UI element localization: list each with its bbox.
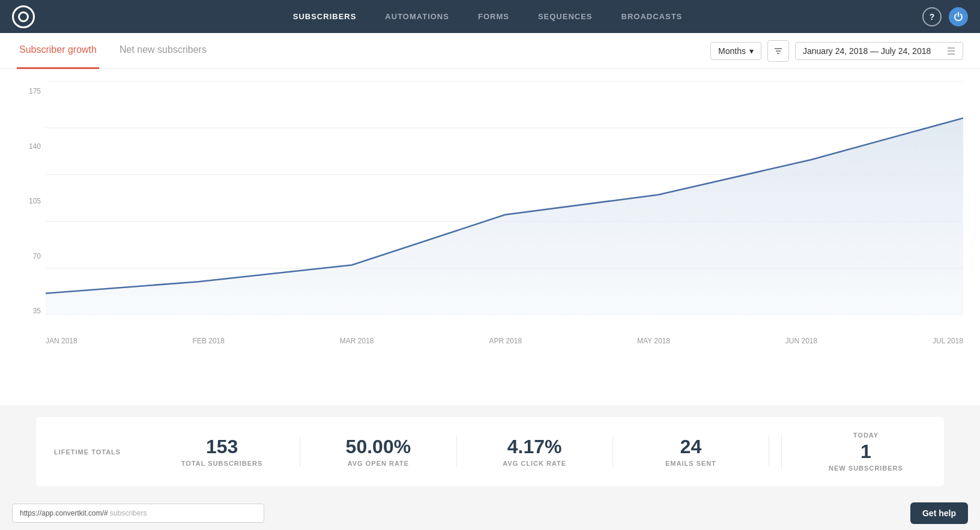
x-label-jan: JAN 2018	[46, 337, 77, 345]
today-label: TODAY	[806, 432, 926, 439]
y-label-35: 35	[17, 307, 41, 315]
avg-open-rate-value: 50.00%	[306, 436, 450, 457]
x-label-feb: FEB 2018	[193, 337, 225, 345]
emails-sent-label: EMAILS SENT	[619, 460, 763, 467]
today-new-subscribers-label: NEW SUBSCRIBERS	[806, 465, 926, 472]
chevron-down-icon: ▾	[749, 46, 754, 56]
stats-card: LIFETIME TOTALS 153 TOTAL SUBSCRIBERS 50…	[36, 417, 944, 486]
y-label-175: 175	[17, 87, 41, 95]
nav-sequences[interactable]: SEQUENCES	[524, 0, 607, 33]
main-content: Subscriber growth Net new subscribers Mo…	[0, 33, 980, 405]
url-placeholder: subscribers	[110, 509, 147, 517]
logo[interactable]	[12, 5, 35, 28]
tabs-bar: Subscriber growth Net new subscribers Mo…	[0, 33, 980, 69]
x-label-mar: MAR 2018	[340, 337, 374, 345]
get-help-button[interactable]: Get help	[910, 502, 968, 524]
top-nav: SUBSCRIBERS AUTOMATIONS FORMS SEQUENCES …	[0, 0, 980, 33]
date-range-picker[interactable]: January 24, 2018 — July 24, 2018	[795, 42, 963, 60]
today-new-subscribers-value: 1	[806, 441, 926, 462]
avg-open-rate-label: AVG OPEN RATE	[306, 460, 450, 467]
x-label-may: MAY 2018	[637, 337, 670, 345]
months-label: Months	[718, 46, 746, 56]
stat-avg-open-rate: 50.00% AVG OPEN RATE	[300, 436, 456, 467]
y-label-140: 140	[17, 142, 41, 151]
chart-svg-wrapper	[46, 81, 963, 315]
y-label-70: 70	[17, 252, 41, 260]
today-section: TODAY 1 NEW SUBSCRIBERS	[794, 432, 926, 472]
nav-broadcasts[interactable]: BROADCASTS	[607, 0, 697, 33]
stat-emails-sent: 24 EMAILS SENT	[613, 436, 769, 467]
stat-avg-click-rate: 4.17% AVG CLICK RATE	[457, 436, 613, 467]
x-label-jun: JUN 2018	[785, 337, 817, 345]
tab-net-new-subscribers[interactable]: Net new subscribers	[117, 33, 209, 69]
url-text: https://app.convertkit.com/#	[20, 509, 108, 517]
stat-total-subscribers: 153 TOTAL SUBSCRIBERS	[144, 436, 300, 467]
nav-automations[interactable]: AUTOMATIONS	[371, 0, 464, 33]
bottom-bar: https://app.convertkit.com/# subscribers…	[0, 498, 980, 528]
y-label-105: 105	[17, 197, 41, 205]
chart-svg	[46, 81, 963, 315]
months-dropdown[interactable]: Months ▾	[710, 42, 761, 60]
date-range-text: January 24, 2018 — July 24, 2018	[803, 46, 931, 56]
nav-links: SUBSCRIBERS AUTOMATIONS FORMS SEQUENCES …	[53, 0, 922, 33]
tabs-controls: Months ▾ January 24, 2018 — July 24, 201…	[710, 40, 963, 62]
chart-container: 175 140 105 70 35	[17, 81, 963, 345]
chart-area: 175 140 105 70 35	[0, 69, 980, 345]
tab-subscriber-growth[interactable]: Subscriber growth	[17, 33, 99, 69]
x-axis: JAN 2018 FEB 2018 MAR 2018 APR 2018 MAY …	[46, 315, 963, 345]
stats-bar: LIFETIME TOTALS 153 TOTAL SUBSCRIBERS 50…	[0, 405, 980, 498]
avg-click-rate-label: AVG CLICK RATE	[463, 460, 606, 467]
nav-right: ?	[922, 7, 968, 26]
nav-subscribers[interactable]: SUBSCRIBERS	[279, 0, 371, 33]
x-label-jul: JUL 2018	[933, 337, 963, 345]
x-label-apr: APR 2018	[489, 337, 522, 345]
y-axis: 175 140 105 70 35	[17, 87, 41, 315]
filter-button[interactable]	[767, 40, 789, 62]
total-subscribers-value: 153	[150, 436, 294, 457]
avg-click-rate-value: 4.17%	[463, 436, 606, 457]
chart-area-fill	[46, 118, 963, 315]
help-button[interactable]: ?	[922, 7, 942, 26]
nav-forms[interactable]: FORMS	[464, 0, 524, 33]
total-subscribers-label: TOTAL SUBSCRIBERS	[150, 460, 294, 467]
emails-sent-value: 24	[619, 436, 763, 457]
power-button[interactable]	[949, 7, 968, 26]
lifetime-label: LIFETIME TOTALS	[54, 448, 126, 456]
url-bar: https://app.convertkit.com/# subscribers	[12, 504, 264, 523]
